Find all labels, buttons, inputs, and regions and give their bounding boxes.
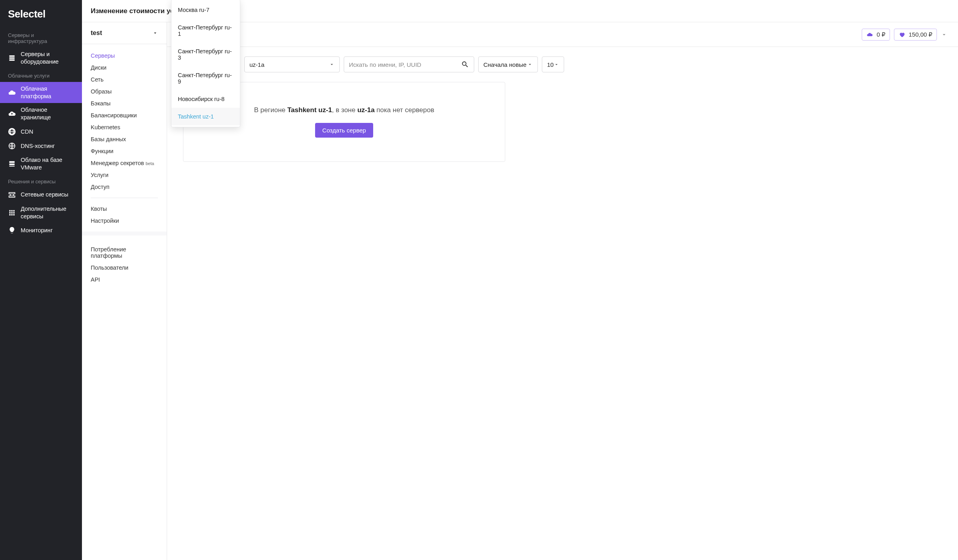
- project-nav-item[interactable]: Пользователи: [82, 262, 167, 274]
- project-nav-label: Услуги: [91, 172, 109, 178]
- project-nav-label: Квоты: [91, 206, 107, 212]
- price-toolbar: 0 ₽ 150,00 ₽: [167, 22, 958, 47]
- sidebar-secondary: test СерверыДискиСетьОбразыБэкапыБаланси…: [82, 0, 167, 560]
- nav-item-label: CDN: [21, 128, 74, 136]
- sort-select[interactable]: Сначала новые: [478, 56, 538, 72]
- empty-text: В регионе Tashkent uz-1, в зоне uz-1a по…: [199, 106, 489, 114]
- nav-section-label: Решения и сервисы: [0, 175, 82, 188]
- network-icon: [8, 191, 16, 199]
- nav-item-label: Дополнительные сервисы: [21, 205, 74, 220]
- region-option[interactable]: Санкт-Петербург ru-9: [171, 66, 240, 90]
- project-nav-item[interactable]: Диски: [82, 62, 167, 74]
- nav-item-net-services[interactable]: Сетевые сервисы: [0, 188, 82, 202]
- nav-item-label: Облачное хранилище: [21, 106, 74, 121]
- price-group[interactable]: 0 ₽ 150,00 ₽: [860, 27, 949, 43]
- chevron-down-icon: [527, 62, 533, 67]
- chevron-down-icon: [152, 30, 158, 36]
- region-dropdown: Москва ru-7Санкт-Петербург ru-1Санкт-Пет…: [171, 0, 240, 127]
- region-option[interactable]: Новосибирск ru-8: [171, 90, 240, 108]
- price-cloud[interactable]: 0 ₽: [862, 29, 890, 41]
- project-nav-item[interactable]: Услуги: [82, 169, 167, 181]
- bulb-icon: [8, 226, 16, 234]
- project-nav-label: API: [91, 276, 100, 283]
- project-nav-item[interactable]: Квоты: [82, 203, 167, 215]
- heart-icon: [898, 31, 905, 38]
- chevron-down-icon: [554, 62, 559, 67]
- page-title: Изменение стоимости услу: [91, 7, 182, 15]
- nav-section-label: Облачные услуги: [0, 69, 82, 82]
- project-nav-item[interactable]: API: [82, 274, 167, 286]
- nav-item-servers-hw[interactable]: Серверы и оборудование: [0, 47, 82, 69]
- nav-item-label: Облачная платформа: [21, 85, 74, 100]
- project-nav-label: Балансировщики: [91, 112, 137, 119]
- globe-icon: [8, 128, 16, 136]
- project-nav-item[interactable]: Kubernetes: [82, 121, 167, 133]
- project-nav-item[interactable]: Серверы: [82, 50, 167, 62]
- zone-select[interactable]: uz-1a: [244, 56, 340, 72]
- project-nav-label: Kubernetes: [91, 124, 120, 130]
- nav-item-dns[interactable]: DNS-хостинг: [0, 139, 82, 153]
- project-nav-label: Потребление платформы: [91, 246, 158, 259]
- project-nav-label: Серверы: [91, 52, 115, 59]
- create-server-button[interactable]: Создать сервер: [315, 123, 373, 138]
- project-nav-label: Диски: [91, 64, 107, 71]
- nav-item-label: Серверы и оборудование: [21, 51, 74, 66]
- zone-value: uz-1a: [249, 61, 265, 68]
- nav-item-cdn[interactable]: CDN: [0, 124, 82, 139]
- region-option[interactable]: Санкт-Петербург ru-3: [171, 43, 240, 66]
- cloud-icon: [866, 31, 873, 38]
- project-nav-item[interactable]: Образы: [82, 86, 167, 97]
- divider: [82, 231, 167, 243]
- project-nav-item[interactable]: Доступ: [82, 181, 167, 193]
- servers-icon: [8, 54, 16, 62]
- project-name: test: [91, 29, 102, 37]
- region-option[interactable]: Tashkent uz-1: [171, 108, 240, 125]
- cloud-s-icon: [8, 89, 16, 97]
- price-favorite[interactable]: 150,00 ₽: [894, 29, 937, 41]
- project-nav-item[interactable]: Потребление платформы: [82, 243, 167, 262]
- stack-icon: [8, 160, 16, 168]
- filter-row: uz-1a Сначала новые 10: [177, 56, 948, 72]
- sidebar-primary: Selectel Серверы и инфраструктураСерверы…: [0, 0, 82, 560]
- nav-item-label: DNS-хостинг: [21, 142, 74, 150]
- nav-item-cloud-storage[interactable]: Облачное хранилище: [0, 103, 82, 124]
- project-nav-label: Базы данных: [91, 136, 126, 142]
- project-nav-item[interactable]: Функции: [82, 145, 167, 157]
- project-nav-item[interactable]: Балансировщики: [82, 109, 167, 121]
- nav-item-label: Облако на базе VMware: [21, 156, 74, 171]
- nav-item-extra-services[interactable]: Дополнительные сервисы: [0, 202, 82, 224]
- project-nav-label: Настройки: [91, 218, 119, 224]
- grid-icon: [8, 209, 16, 217]
- nav-item-label: Мониторинг: [21, 227, 74, 234]
- page-size-value: 10: [547, 61, 554, 68]
- search-input-wrap[interactable]: [344, 56, 474, 72]
- nav-item-monitoring[interactable]: Мониторинг: [0, 223, 82, 237]
- beta-badge: beta: [146, 161, 154, 166]
- price-favorite-value: 150,00 ₽: [909, 31, 933, 38]
- search-icon: [461, 60, 469, 68]
- project-nav-item[interactable]: Настройки: [82, 215, 167, 227]
- project-nav-item[interactable]: Менеджер секретов beta: [82, 157, 167, 169]
- divider: [91, 198, 158, 198]
- nav-item-vmware[interactable]: Облако на базе VMware: [0, 153, 82, 175]
- project-nav-item[interactable]: Сеть: [82, 74, 167, 86]
- nav-item-cloud-platform[interactable]: Облачная платформа: [0, 82, 82, 103]
- project-nav-label: Доступ: [91, 184, 109, 190]
- cloud-up-icon: [8, 110, 16, 118]
- chevron-down-icon: [329, 62, 335, 67]
- project-nav-item[interactable]: Бэкапы: [82, 97, 167, 109]
- project-nav-label: Бэкапы: [91, 100, 111, 107]
- nav-section-label: Серверы и инфраструктура: [0, 28, 82, 47]
- project-nav-label: Сеть: [91, 76, 103, 83]
- search-input[interactable]: [349, 61, 461, 68]
- price-cloud-value: 0 ₽: [876, 31, 886, 38]
- project-nav-label: Пользователи: [91, 264, 129, 271]
- brand-logo[interactable]: Selectel: [0, 5, 82, 28]
- project-nav-label: Менеджер секретов: [91, 160, 144, 166]
- page-size-select[interactable]: 10: [542, 56, 564, 72]
- project-nav-item[interactable]: Базы данных: [82, 133, 167, 145]
- region-option[interactable]: Санкт-Петербург ru-1: [171, 19, 240, 43]
- project-switcher[interactable]: test: [82, 22, 167, 44]
- region-option[interactable]: Москва ru-7: [171, 1, 240, 19]
- nav-item-label: Сетевые сервисы: [21, 191, 74, 198]
